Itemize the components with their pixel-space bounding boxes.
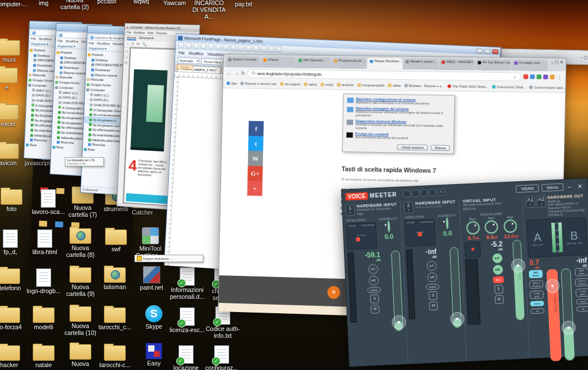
bus-b-button[interactable]: ▸B	[427, 272, 438, 283]
desktop-icon-easy[interactable]: Easy	[136, 343, 172, 367]
toolbar-button[interactable]	[200, 43, 207, 49]
toolbar-button[interactable]	[246, 45, 252, 50]
share-facebook-button[interactable]: f	[249, 121, 264, 137]
audibility-knob[interactable]	[387, 220, 390, 232]
menu-modifica[interactable]: Modifica	[39, 37, 52, 41]
bus-button-m[interactable]: M	[531, 308, 544, 314]
browser-tab-2[interactable]: cPanel	[261, 57, 296, 68]
bookmark-risorse-e-servizi-vari[interactable]: Risorse e Servizi vari	[241, 81, 277, 85]
bookmark-script[interactable]: script	[320, 83, 333, 86]
bookmark-come-trovare-tasti-[interactable]: Come trovare tasti...	[529, 85, 566, 89]
intellipan-pad[interactable]: VOICEColor Panel b: echo	[405, 219, 436, 247]
menu-modifica[interactable]: Modifica	[65, 40, 78, 44]
browser-tab-4[interactable]: Programma per ...	[331, 57, 366, 69]
desktop-icon-e[interactable]: e	[0, 68, 25, 91]
desktop-icon-talisman[interactable]: talisman	[96, 267, 133, 291]
minimize-button[interactable]: –	[566, 183, 573, 190]
knob[interactable]	[466, 221, 480, 235]
bookmark-siti-inglese[interactable]: siti-inglese	[280, 82, 301, 86]
desktop-icon-yawcam[interactable]: Yawcam	[156, 0, 193, 7]
extension-icon[interactable]	[523, 75, 528, 79]
toolbar-button[interactable]	[230, 44, 237, 50]
bookmark-utilita[interactable]: utilita	[388, 84, 401, 87]
browser-tab-8[interactable]: 4K Top Eleven Co...	[475, 59, 511, 71]
solo-button[interactable]: S	[428, 291, 438, 301]
desktop-icon-nuova-cartella-9-[interactable]: Nuova cartella (9)	[62, 267, 99, 298]
dialog-button-chiudi-sessione[interactable]: Chiudi sessione	[397, 144, 428, 150]
menu-file[interactable]: File	[126, 30, 131, 34]
style-combo[interactable]: Normale	[177, 57, 200, 64]
desktop-icon-pay-txt[interactable]: pay.txt	[225, 0, 262, 8]
vban-button[interactable]: VBAN	[516, 184, 539, 193]
site-logo[interactable]: ✳	[327, 286, 341, 299]
fader-handle[interactable]	[546, 279, 560, 293]
minimize-button[interactable]	[477, 48, 483, 53]
desktop-icon-foto[interactable]: foto	[0, 189, 30, 213]
extension-icon[interactable]	[550, 75, 555, 79]
forward-button[interactable]: →	[234, 70, 239, 76]
desktop-icon-nuova-cartella-2-[interactable]: Nuova cartella (2)	[56, 0, 93, 11]
toolbar-button[interactable]	[208, 44, 214, 49]
browser-tab-3[interactable]: WP-Optimize ...	[296, 57, 331, 68]
dialog-button-riavvia[interactable]: Riavvia	[431, 145, 450, 151]
reload-button[interactable]: ↻	[241, 70, 245, 76]
browser-tab-7[interactable]: RED2 - MAGNET...	[439, 59, 474, 70]
desktop-icon-hacker[interactable]: hacker	[0, 345, 28, 369]
audibility-knob[interactable]	[446, 217, 448, 229]
mail-icon[interactable]: ✉	[136, 42, 140, 46]
desktop-icon-tarocchi-c-[interactable]: tarocchi_c...	[96, 307, 133, 331]
print-icon[interactable]: ⎙	[131, 41, 134, 46]
desktop-icon--telefono[interactable]: -telefono	[0, 268, 28, 292]
intellipan-pad[interactable]: VOICEColor Panel b: echo	[346, 222, 377, 250]
desktop-icon-excel[interactable]: excel	[0, 104, 26, 128]
bus-button-comp[interactable]: Compgate	[530, 290, 544, 299]
bus-b-button[interactable]: ▸B	[493, 264, 503, 275]
bookmark-overcheck-stoli-[interactable]: Overcheck | Stoli...	[492, 85, 526, 89]
system-button-4[interactable]	[429, 189, 436, 197]
desktop-icon-libra-html[interactable]: libra-html	[26, 229, 63, 256]
system-button-5[interactable]: A	[438, 189, 445, 196]
bookmark-amicizie[interactable]: amicizie	[337, 83, 354, 87]
menu-file[interactable]: File	[179, 50, 185, 54]
menu-vista[interactable]: Vista	[147, 31, 154, 34]
desktop-icon-logo-drogb-[interactable]: logo-drogb...	[25, 268, 62, 295]
a1-select[interactable]: A1▾	[525, 196, 535, 208]
window-controls[interactable]: ‒ ▢ ✕	[581, 55, 588, 60]
bus-button-mix[interactable]: MIXdown	[575, 267, 588, 276]
bus-b-button[interactable]: ▸B	[369, 275, 379, 286]
eq-knob-bass[interactable]: Bass5.7dB	[466, 217, 480, 241]
toolbar-button[interactable]	[215, 44, 222, 49]
desktop-icon-modelli[interactable]: modelli	[25, 307, 62, 331]
maximize-button[interactable]	[484, 49, 490, 54]
desktop-icon-informazioni-personali-d-[interactable]: Informazioni personali.d...	[169, 267, 206, 301]
desktop-icon-wqwq[interactable]: wqwq	[123, 0, 160, 5]
toolbar-button[interactable]	[193, 43, 199, 49]
browser-tab-1[interactable]: Search Console -	[226, 56, 260, 68]
menu-icon[interactable]: ⋮	[556, 74, 562, 80]
menu-finestra[interactable]: Finestra	[156, 31, 167, 35]
desktop-icon-swf[interactable]: swf	[98, 229, 134, 253]
mute-button[interactable]: M	[494, 295, 504, 304]
menu-modifica[interactable]: Modifica	[189, 51, 204, 56]
bookmark-icon[interactable]: ❏	[125, 55, 128, 59]
fader-handle[interactable]	[450, 312, 465, 326]
bookmark-star-icon[interactable]: ☆	[513, 75, 517, 79]
share-twitter-button[interactable]: t	[248, 136, 264, 151]
toolbar-button[interactable]	[261, 46, 267, 52]
attachment-icon[interactable]: ❂	[125, 61, 127, 64]
share-wordpress-button[interactable]: W	[248, 151, 264, 166]
bookmark-the-flash-2014-strea-[interactable]: The Flash 2014 Strea...	[448, 84, 489, 88]
a2-select[interactable]: A2▾	[536, 196, 546, 208]
bookmark-computergratis[interactable]: computergratis	[357, 83, 384, 87]
back-button[interactable]: ←	[227, 70, 232, 76]
eq-knob-high[interactable]: High12.0dB	[503, 215, 519, 239]
fader-handle[interactable]	[392, 315, 406, 329]
bus-button-comp[interactable]: Compgate	[575, 289, 588, 297]
bookmark-calcio[interactable]: calcio	[304, 83, 317, 86]
input-2-select[interactable]: 2▾	[404, 201, 413, 213]
bus-a-button[interactable]: ▸A	[427, 261, 437, 271]
mono-button[interactable]: mono	[368, 287, 381, 293]
extension-icon[interactable]	[529, 75, 535, 79]
fader-handle[interactable]	[510, 258, 525, 272]
voicemeeter-window[interactable]: VOICE MEETER A VBAN Menu – ✕ 1▾ HARDWARE…	[341, 178, 588, 367]
